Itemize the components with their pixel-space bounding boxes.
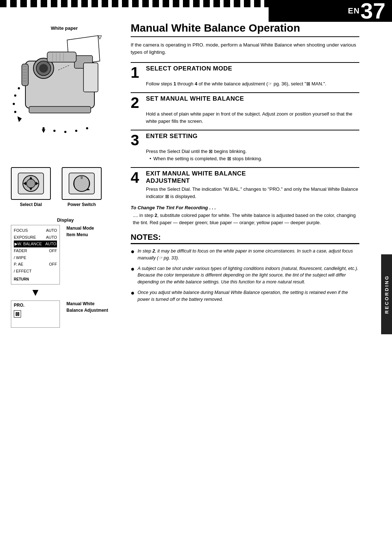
svg-point-22: [13, 103, 15, 105]
step-4-body: Press the Select Dial. The indication "W…: [146, 186, 359, 200]
step-2: 2 SET MANUAL WHITE BALANCE Hold a sheet …: [131, 92, 359, 125]
svg-point-4: [39, 64, 48, 73]
intro-text: If the camera is operating in PRO. mode,…: [131, 41, 359, 56]
notes-section: NOTES: ● In step 2, it may be difficult …: [131, 233, 359, 303]
svg-point-26: [53, 130, 56, 132]
svg-point-29: [86, 127, 88, 129]
select-dial-label: Select Dial: [20, 202, 42, 207]
tint-body: .... in step 2, substitute colored paper…: [133, 212, 359, 226]
svg-rect-19: [29, 106, 91, 113]
power-switch-label: Power Switch: [68, 202, 96, 207]
display-title: Display: [11, 217, 120, 223]
svg-marker-32: [98, 36, 102, 39]
camera-svg: [11, 32, 116, 156]
right-column: Manual White Balance Operation If the ca…: [131, 22, 374, 306]
step-4: 4 EXIT MANUAL WHITE BALANCEADJUSTMENT Pr…: [131, 167, 359, 200]
step-2-title: SET MANUAL WHITE BALANCE: [146, 95, 244, 102]
pro-label: PRO.: [14, 303, 57, 308]
manual-mode-label: Manual Mode Item Menu: [66, 225, 94, 238]
step-1: 1 SELECT OPERATION MODE Follow steps 1 t…: [131, 62, 359, 88]
step-2-num: 2: [131, 95, 142, 110]
step-3-header: 3 ENTER SETTING: [131, 133, 359, 148]
page-number: 37: [360, 0, 385, 22]
en-label: EN: [348, 6, 360, 16]
note-1: ● In step 2, it may be difficult to focu…: [131, 248, 359, 262]
arrow-down-icon: ▼: [30, 287, 41, 298]
tint-section: To Change The Tint For Recording . . . .…: [131, 205, 359, 226]
svg-point-27: [64, 131, 66, 133]
svg-rect-6: [47, 52, 76, 62]
menu-row-fader: FADEROFF: [14, 247, 57, 254]
step-2-header: 2 SET MANUAL WHITE BALANCE: [131, 95, 359, 110]
menu-row-pae: P. AEOFF: [14, 261, 57, 268]
step-3: 3 ENTER SETTING Press the Select Dial un…: [131, 130, 359, 162]
menu-return: RETURN: [14, 276, 57, 282]
svg-rect-18: [83, 63, 98, 92]
menu-row-wipe: / WIPE: [14, 254, 57, 261]
svg-point-28: [75, 130, 77, 132]
tint-title: To Change The Tint For Recording . . .: [131, 205, 359, 210]
step-3-title: ENTER SETTING: [146, 133, 198, 140]
select-dial-diagram: Select Dial: [11, 167, 51, 207]
display-section: Display FOCUSAUTO EXPOSUREAUTO ▶W. BALAN…: [11, 217, 120, 328]
camera-illustration: White paper: [11, 25, 120, 164]
step-1-header: 1 SELECT OPERATION MODE: [131, 65, 359, 80]
svg-point-23: [14, 111, 16, 113]
step-3-num: 3: [131, 133, 142, 148]
svg-point-20: [18, 87, 20, 89]
svg-rect-39: [81, 175, 83, 179]
menu-row-exposure: EXPOSUREAUTO: [14, 234, 57, 241]
step-4-num: 4: [131, 170, 142, 185]
menu-row-effect: / EFFECT: [14, 268, 57, 275]
pro-box: PRO. ⊠: [11, 300, 60, 328]
page-title: Manual White Balance Operation: [131, 22, 359, 37]
header-stripes: [0, 0, 269, 7]
step-1-num: 1: [131, 65, 142, 80]
notes-title: NOTES:: [131, 233, 359, 244]
menu-row-focus: FOCUSAUTO: [14, 227, 57, 234]
recording-side-label: RECORDING: [381, 254, 392, 334]
step-3-bullet: When the setting is completed, the ⊠ sto…: [150, 155, 359, 162]
display-row: FOCUSAUTO EXPOSUREAUTO ▶W. BALANCEAUTO F…: [11, 225, 120, 284]
power-switch-diagram: Power Switch: [62, 167, 102, 207]
step-4-header: 4 EXIT MANUAL WHITE BALANCEADJUSTMENT: [131, 170, 359, 186]
header-bar: EN 37: [269, 0, 392, 22]
pro-box-row: PRO. ⊠ Manual White Balance Adjustment: [11, 300, 120, 328]
power-switch-image: [62, 167, 102, 200]
note-2: ● A subject can be shot under various ty…: [131, 265, 359, 286]
step-4-title: EXIT MANUAL WHITE BALANCEADJUSTMENT: [146, 170, 246, 185]
step-2-body: Hold a sheet of plain white paper in fro…: [146, 110, 359, 125]
bottom-diagrams: Select Dial Power Switch: [11, 167, 120, 207]
menu-row-wbalance: ▶W. BALANCEAUTO: [14, 241, 57, 247]
select-dial-image: [11, 167, 51, 200]
note-3: ● Once you adjust white balance during M…: [131, 289, 359, 303]
svg-rect-11: [22, 64, 28, 86]
step-1-body: Follow steps 1 through 4 of the white ba…: [146, 80, 359, 88]
svg-point-36: [26, 179, 35, 188]
manual-white-label: Manual White Balance Adjustment: [66, 300, 108, 314]
step-3-body: Press the Select Dial until the ⊠ begins…: [146, 148, 359, 155]
svg-point-21: [14, 94, 16, 97]
white-paper-label: White paper: [51, 25, 78, 31]
step-1-title: SELECT OPERATION MODE: [146, 65, 232, 72]
svg-marker-31: [42, 129, 45, 133]
menu-box: FOCUSAUTO EXPOSUREAUTO ▶W. BALANCEAUTO F…: [11, 225, 60, 284]
svg-point-25: [42, 127, 45, 129]
left-column: White paper: [11, 22, 120, 328]
wb-icon: ⊠: [14, 310, 57, 318]
